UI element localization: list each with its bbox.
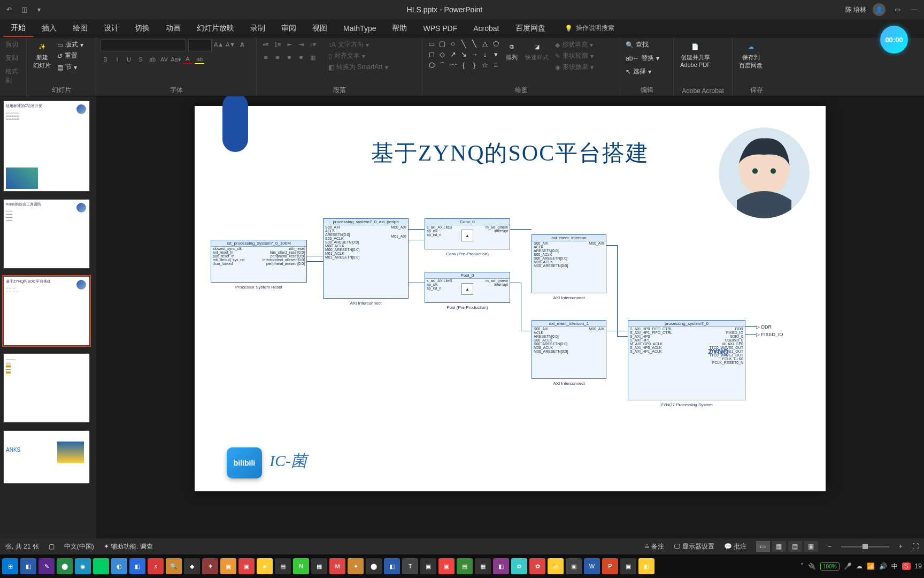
tray-time[interactable]: 19 — [915, 562, 922, 570]
task-app[interactable]: ⧉ — [511, 558, 527, 574]
task-app[interactable]: ◧ — [20, 558, 36, 574]
format-painter-button[interactable]: 格式刷 — [4, 66, 22, 86]
reading-view-icon[interactable]: ▤ — [788, 541, 802, 552]
task-app[interactable]: ◐ — [111, 558, 127, 574]
tray-up-icon[interactable]: ˄ — [800, 562, 804, 570]
tab-review[interactable]: 审阅 — [274, 20, 304, 36]
display-settings-button[interactable]: 🖵 显示器设置 — [674, 542, 714, 551]
thumb-slide[interactable]: ━━━━━━━━━━━━━━━━━━ — [3, 353, 90, 423]
task-app[interactable]: 🔍 — [166, 558, 182, 574]
tab-record[interactable]: 录制 — [243, 20, 273, 36]
task-app[interactable]: N — [293, 558, 309, 574]
comments-button[interactable]: 💬 批注 — [724, 542, 746, 551]
slide-thumbnails[interactable]: 使用标准的C语言开发▭▭▭▭▭▭▭▭▭▭▭▭▭▭▭ Xilinx的综合工具进阶━… — [0, 96, 96, 538]
task-app[interactable]: ▣ — [220, 558, 236, 574]
recording-timer[interactable]: 00:00 — [880, 26, 908, 54]
spellcheck-icon[interactable]: ▢ — [49, 543, 55, 550]
font-family-combo[interactable] — [101, 40, 186, 51]
task-app[interactable]: ◧ — [129, 558, 145, 574]
battery-indicator[interactable]: 100% — [820, 562, 840, 571]
task-app[interactable]: ▦ — [311, 558, 327, 574]
spacing-icon[interactable]: AV — [159, 55, 169, 64]
tray-ime[interactable]: 中 — [891, 562, 898, 571]
task-app[interactable]: ▤ — [275, 558, 291, 574]
align-left-icon[interactable]: ≡ — [261, 52, 271, 62]
thumb-slide[interactable]: Xilinx的综合工具进阶━━━━━━━━━━━━━━━━ — [3, 199, 90, 269]
tab-baidu[interactable]: 百度网盘 — [508, 20, 553, 36]
highlight-icon[interactable]: ab — [195, 55, 204, 64]
font-size-combo[interactable] — [188, 40, 212, 51]
fit-window-icon[interactable]: ⛶ — [912, 543, 919, 550]
font-color-icon[interactable]: A — [183, 55, 192, 64]
task-app[interactable]: ✿ — [529, 558, 545, 574]
text-direction-button[interactable]: ↕A 文字方向 ▾ — [327, 40, 389, 50]
task-app[interactable]: ✶ — [202, 558, 218, 574]
tray-volume-icon[interactable]: 🔊 — [879, 562, 887, 570]
justify-icon[interactable]: ≡ — [296, 52, 306, 62]
ribbon-display-icon[interactable]: ▭ — [892, 4, 903, 15]
layout-button[interactable]: ▭ 版式 ▾ — [56, 40, 84, 50]
qat-more-icon[interactable]: ▾ — [34, 5, 44, 14]
task-app[interactable]: ◧ — [638, 558, 654, 574]
copy-button[interactable]: 复制 — [4, 53, 19, 63]
shape-effects-button[interactable]: ◉ 形状效果 ▾ — [554, 62, 595, 72]
task-app[interactable]: ▣ — [566, 558, 582, 574]
task-app[interactable]: ◉ — [75, 558, 91, 574]
task-app[interactable]: T — [402, 558, 418, 574]
task-app[interactable]: ▤ — [457, 558, 473, 574]
strike-icon[interactable]: S — [136, 55, 145, 64]
minimize-icon[interactable]: — — [909, 4, 920, 15]
tab-draw[interactable]: 绘图 — [65, 20, 95, 36]
arrange-button[interactable]: ⧉排列 — [504, 40, 520, 63]
undo-icon[interactable]: ↶ — [4, 5, 14, 14]
slideshow-view-icon[interactable]: ▣ — [804, 541, 818, 552]
tab-animations[interactable]: 动画 — [158, 20, 188, 36]
save-baidu-button[interactable]: ☁保存到 百度网盘 — [737, 40, 765, 71]
tab-wpspdf[interactable]: WPS PDF — [415, 21, 465, 36]
slide-canvas[interactable]: 基于ZYNQ的SOC平台搭建 rst_processing_system7_0_… — [96, 96, 924, 538]
zoom-slider[interactable] — [841, 546, 889, 547]
tab-insert[interactable]: 插入 — [34, 20, 64, 36]
touch-mode-icon[interactable]: ◫ — [19, 5, 29, 14]
columns-icon[interactable]: ▥ — [308, 52, 318, 62]
indent-dec-icon[interactable]: ⇤ — [284, 40, 294, 49]
sorter-view-icon[interactable]: ▦ — [772, 541, 786, 552]
find-button[interactable]: 🔍 查找 — [625, 40, 650, 50]
user-avatar-icon[interactable]: 👤 — [873, 3, 886, 16]
task-app[interactable]: M — [329, 558, 345, 574]
align-text-button[interactable]: ▯ 对齐文本 ▾ — [327, 51, 389, 61]
task-app[interactable]: ◧ — [493, 558, 509, 574]
tray-cloud-icon[interactable]: ☁ — [856, 562, 863, 570]
task-app[interactable]: ◧ — [384, 558, 400, 574]
shape-fill-button[interactable]: ◆ 形状填充 ▾ — [554, 40, 595, 50]
task-powerpoint[interactable]: P — [602, 558, 618, 574]
case-icon[interactable]: Aa▾ — [171, 55, 181, 64]
tray-wifi-icon[interactable]: 📶 — [867, 562, 875, 570]
tab-help[interactable]: 帮助 — [384, 20, 414, 36]
tab-view[interactable]: 视图 — [305, 20, 335, 36]
replace-button[interactable]: ab↔ 替换 ▾ — [625, 53, 660, 63]
align-right-icon[interactable]: ≡ — [284, 52, 294, 62]
task-app[interactable]: ◆ — [184, 558, 200, 574]
tray-mic-icon[interactable]: 🎤 — [844, 562, 852, 570]
create-pdf-button[interactable]: 📄创建并共享 Adobe PDF — [678, 40, 713, 69]
zoom-out-icon[interactable]: − — [828, 543, 831, 550]
line-spacing-icon[interactable]: ↕≡ — [308, 40, 318, 49]
task-app[interactable]: ▣ — [238, 558, 255, 574]
task-app[interactable]: ● — [257, 558, 273, 574]
tray-sogou[interactable]: S — [902, 562, 911, 570]
reset-button[interactable]: ↺ 重置 — [56, 51, 84, 61]
task-app[interactable]: ✎ — [38, 558, 55, 574]
shrink-font-icon[interactable]: A▼ — [226, 40, 235, 49]
task-app[interactable]: 📁 — [548, 558, 564, 574]
indent-inc-icon[interactable]: ⇥ — [296, 40, 306, 49]
thumb-slide[interactable]: 使用标准的C语言开发▭▭▭▭▭▭▭▭▭▭▭▭▭▭▭ — [3, 101, 90, 192]
tab-acrobat[interactable]: Acrobat — [466, 21, 506, 36]
tab-mathtype[interactable]: MathType — [336, 21, 383, 36]
user-name[interactable]: 陈 培林 — [845, 5, 866, 14]
normal-view-icon[interactable]: ▭ — [756, 541, 770, 552]
shadow-icon[interactable]: ab — [148, 55, 157, 64]
task-app[interactable]: ♬ — [148, 558, 164, 574]
grow-font-icon[interactable]: A▲ — [214, 40, 224, 49]
tab-slideshow[interactable]: 幻灯片放映 — [189, 20, 242, 36]
